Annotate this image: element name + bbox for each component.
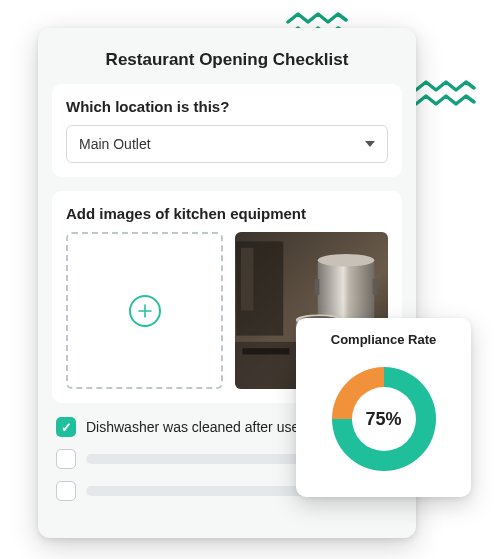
card-title: Restaurant Opening Checklist [52,42,402,84]
compliance-rate-title: Compliance Rate [310,332,457,347]
wave-decoration-icon [414,78,476,114]
compliance-donut-chart: 75% [324,359,444,479]
svg-rect-5 [315,279,320,295]
checkbox-unchecked[interactable] [56,449,76,469]
caret-down-icon [365,141,375,147]
svg-rect-6 [373,279,378,295]
plus-circle-icon [129,295,161,327]
compliance-rate-card: Compliance Rate 75% [296,318,471,497]
svg-rect-11 [242,348,289,354]
images-section-title: Add images of kitchen equipment [66,205,388,222]
location-section-title: Which location is this? [66,98,388,115]
compliance-percent-label: 75% [324,359,444,479]
svg-rect-2 [241,248,254,311]
checkbox-checked[interactable]: ✓ [56,417,76,437]
location-selected-value: Main Outlet [79,136,151,152]
checklist-item-label: Dishwasher was cleaned after use [86,419,299,435]
checkmark-icon: ✓ [61,420,72,435]
image-upload-slot[interactable] [66,232,223,389]
location-select[interactable]: Main Outlet [66,125,388,163]
checkbox-unchecked[interactable] [56,481,76,501]
svg-point-4 [318,254,375,267]
location-section: Which location is this? Main Outlet [52,84,402,177]
